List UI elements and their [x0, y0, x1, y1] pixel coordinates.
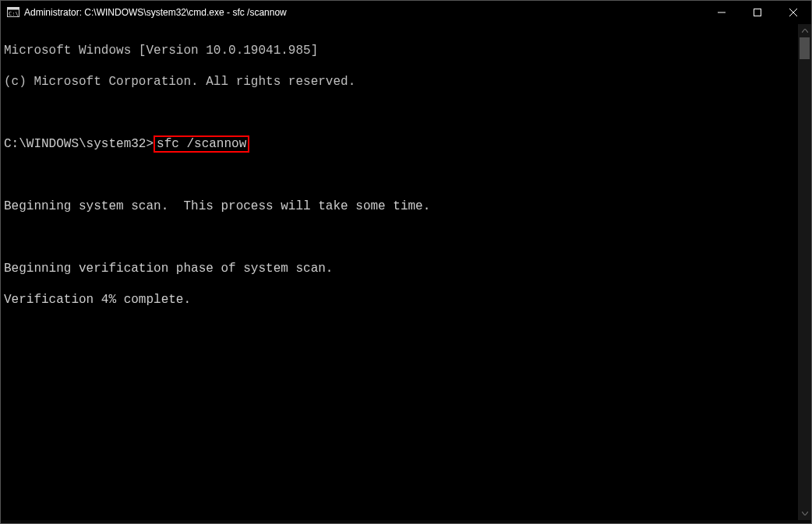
- scroll-track[interactable]: [798, 37, 811, 507]
- blank-line: [4, 230, 798, 245]
- close-button[interactable]: [775, 1, 811, 24]
- titlebar[interactable]: C:\ Administrator: C:\WINDOWS\system32\c…: [1, 1, 811, 24]
- prompt: C:\WINDOWS\system32>: [4, 137, 154, 151]
- cmd-window: C:\ Administrator: C:\WINDOWS\system32\c…: [0, 0, 812, 524]
- scroll-thumb[interactable]: [800, 37, 810, 59]
- blank-line: [4, 105, 798, 121]
- minimize-button[interactable]: [704, 1, 740, 24]
- scroll-down-arrow[interactable]: [798, 507, 811, 520]
- window-title: Administrator: C:\WINDOWS\system32\cmd.e…: [24, 7, 287, 18]
- blank-line: [4, 167, 798, 183]
- verify-progress-line: Verification 4% complete.: [4, 293, 191, 307]
- bottom-border: [1, 520, 811, 523]
- maximize-icon: [754, 9, 761, 16]
- version-line: Microsoft Windows [Version 10.0.19041.98…: [4, 44, 318, 58]
- svg-rect-1: [8, 8, 19, 10]
- scan-begin-line: Beginning system scan. This process will…: [4, 199, 430, 213]
- copyright-line: (c) Microsoft Corporation. All rights re…: [4, 75, 355, 89]
- svg-text:C:\: C:\: [9, 11, 19, 17]
- chevron-down-icon: [802, 512, 808, 515]
- verify-begin-line: Beginning verification phase of system s…: [4, 262, 333, 276]
- close-icon: [789, 9, 797, 16]
- chevron-up-icon: [802, 29, 808, 33]
- minimize-icon: [718, 9, 726, 16]
- command-text: sfc /scannow: [154, 135, 249, 153]
- maximize-button[interactable]: [740, 1, 775, 24]
- vertical-scrollbar[interactable]: [798, 24, 811, 520]
- scroll-up-arrow[interactable]: [798, 24, 811, 37]
- client-area: Microsoft Windows [Version 10.0.19041.98…: [1, 24, 811, 520]
- svg-rect-4: [754, 9, 761, 16]
- console-output[interactable]: Microsoft Windows [Version 10.0.19041.98…: [1, 24, 798, 520]
- cmd-icon: C:\: [7, 6, 19, 19]
